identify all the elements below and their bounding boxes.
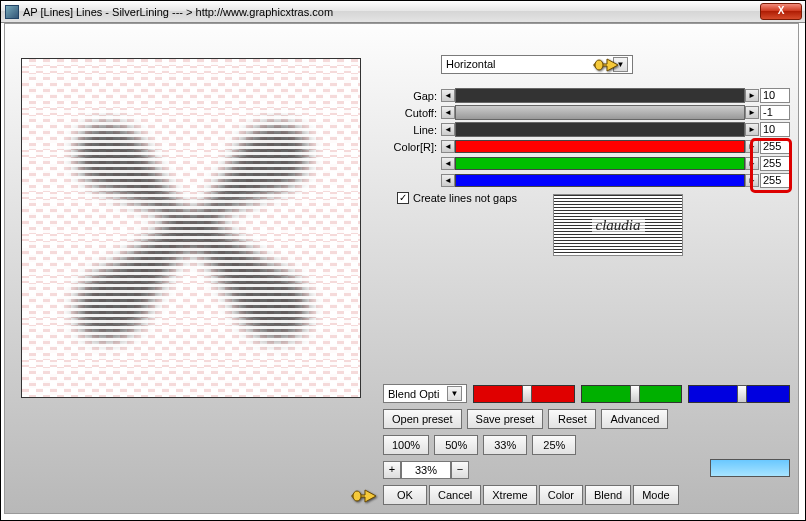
blend-dropdown-value: Blend Opti [388, 388, 439, 400]
slider-thumb[interactable] [737, 385, 747, 403]
close-button[interactable]: X [760, 3, 802, 20]
zoom-33-button[interactable]: 33% [483, 435, 527, 455]
ok-button[interactable]: OK [383, 485, 427, 505]
b-value[interactable]: 255 [760, 173, 790, 188]
watermark-text: claudia [592, 217, 645, 234]
r-value[interactable]: 255 [760, 139, 790, 154]
r-left-arrow[interactable]: ◄ [441, 140, 455, 153]
pointing-hand-icon [593, 54, 619, 74]
create-lines-label: Create lines not gaps [413, 192, 517, 204]
bottom-controls: Blend Opti ▼ Open preset Save preset Res… [383, 384, 790, 505]
blend-button[interactable]: Blend [585, 485, 631, 505]
mode-button[interactable]: Mode [633, 485, 679, 505]
zoom-out-button[interactable]: − [451, 461, 469, 479]
dialog-window: AP [Lines] Lines - SilverLining --- > ht… [0, 0, 806, 521]
color-swatch[interactable] [710, 459, 790, 477]
gap-right-arrow[interactable]: ► [745, 89, 759, 102]
zoom-100-button[interactable]: 100% [383, 435, 429, 455]
g-value[interactable]: 255 [760, 156, 790, 171]
line-left-arrow[interactable]: ◄ [441, 123, 455, 136]
slider-thumb[interactable] [630, 385, 640, 403]
cutoff-slider[interactable] [455, 105, 745, 120]
line-slider[interactable] [455, 122, 745, 137]
gap-value[interactable]: 10 [760, 88, 790, 103]
svg-point-1 [353, 491, 361, 501]
xtreme-button[interactable]: Xtreme [483, 485, 536, 505]
cancel-button[interactable]: Cancel [429, 485, 481, 505]
app-icon [5, 5, 19, 19]
blend-dropdown[interactable]: Blend Opti ▼ [383, 384, 467, 403]
g-left-arrow[interactable]: ◄ [441, 157, 455, 170]
r-right-arrow[interactable]: ► [745, 140, 759, 153]
g-right-arrow[interactable]: ► [745, 157, 759, 170]
preview-shape [67, 114, 317, 349]
cutoff-left-arrow[interactable]: ◄ [441, 106, 455, 119]
gap-left-arrow[interactable]: ◄ [441, 89, 455, 102]
pointing-hand-icon [351, 485, 377, 505]
gap-label: Gap: [383, 90, 441, 102]
green-slider[interactable] [455, 157, 745, 170]
save-preset-button[interactable]: Save preset [467, 409, 544, 429]
b-left-arrow[interactable]: ◄ [441, 174, 455, 187]
b-right-arrow[interactable]: ► [745, 174, 759, 187]
zoom-50-button[interactable]: 50% [434, 435, 478, 455]
color-r-label: Color[R]: [383, 141, 441, 153]
preview-pane [21, 58, 361, 398]
reset-button[interactable]: Reset [548, 409, 596, 429]
titlebar[interactable]: AP [Lines] Lines - SilverLining --- > ht… [1, 1, 805, 23]
blend-green-slider[interactable] [581, 385, 683, 403]
red-slider[interactable] [455, 140, 745, 153]
cutoff-right-arrow[interactable]: ► [745, 106, 759, 119]
open-preset-button[interactable]: Open preset [383, 409, 462, 429]
cutoff-value[interactable]: -1 [760, 105, 790, 120]
zoom-value[interactable]: 33% [401, 461, 451, 479]
window-title: AP [Lines] Lines - SilverLining --- > ht… [23, 6, 760, 18]
watermark-logo: claudia [553, 194, 683, 256]
gap-slider[interactable] [455, 88, 745, 103]
blend-blue-slider[interactable] [688, 385, 790, 403]
slider-thumb[interactable] [522, 385, 532, 403]
zoom-25-button[interactable]: 25% [532, 435, 576, 455]
color-button[interactable]: Color [539, 485, 583, 505]
svg-point-0 [595, 60, 603, 70]
advanced-button[interactable]: Advanced [601, 409, 668, 429]
dropdown-value: Horizontal [446, 58, 496, 70]
line-right-arrow[interactable]: ► [745, 123, 759, 136]
parameter-panel: Horizontal ▼ Gap: ◄ ► 10 Cutoff: ◄ ► -1 [383, 54, 790, 204]
line-label: Line: [383, 124, 441, 136]
line-value[interactable]: 10 [760, 122, 790, 137]
client-area: Horizontal ▼ Gap: ◄ ► 10 Cutoff: ◄ ► -1 [4, 23, 799, 514]
create-lines-checkbox[interactable]: ✓ [397, 192, 409, 204]
zoom-in-button[interactable]: + [383, 461, 401, 479]
blend-red-slider[interactable] [473, 385, 575, 403]
cutoff-label: Cutoff: [383, 107, 441, 119]
chevron-down-icon[interactable]: ▼ [447, 386, 462, 401]
blue-slider[interactable] [455, 174, 745, 187]
